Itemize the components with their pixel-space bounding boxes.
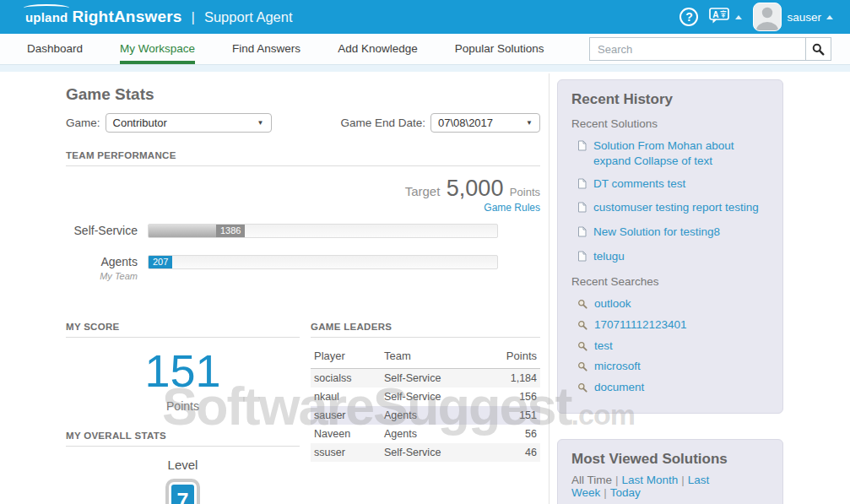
target-row: Target 5,000 Points Game Rules	[66, 176, 540, 214]
search-icon	[577, 340, 587, 355]
nav-item-my-workspace[interactable]: My Workspace	[120, 34, 195, 64]
filter-all-time: All Time	[571, 474, 612, 486]
self-service-progress-track: 1386	[148, 224, 498, 238]
document-icon	[577, 202, 587, 217]
recent-history-title: Recent History	[571, 91, 769, 108]
nav-item-popular-solutions[interactable]: Popular Solutions	[455, 34, 544, 64]
leader-player: sauser	[311, 406, 381, 425]
leader-pts: 56	[481, 425, 540, 443]
recent-solution-item: New Solution for testing8	[577, 225, 769, 241]
leader-row-socialss: socialssSelf-Service1,184	[311, 368, 540, 387]
recent-search-link-170711112123401[interactable]: 170711112123401	[594, 317, 687, 334]
most-viewed-title: Most Viewed Solutions	[571, 451, 769, 468]
suite-name: Support Agent	[204, 9, 293, 25]
sidebar: Recent History Recent Solutions Solution…	[557, 79, 783, 504]
target-unit: Points	[510, 186, 540, 198]
target-value: 5,000	[447, 176, 504, 201]
help-icon[interactable]: ?	[679, 8, 698, 26]
leader-row-sauser: sauserAgents151	[311, 406, 540, 425]
leader-row-ssuser: ssuserSelf-Service46	[311, 443, 540, 462]
game-controls: Game: Contributor ▼ Game End Date: 07\08…	[66, 113, 540, 133]
svg-text:A: A	[713, 9, 719, 19]
nav-item-find-answers[interactable]: Find Answers	[232, 34, 300, 64]
agents-progress-track: 207	[148, 255, 498, 269]
filter-separator: |	[615, 474, 619, 486]
leader-player: ssuser	[311, 443, 381, 462]
recent-search-link-microsoft[interactable]: microsoft	[594, 359, 641, 376]
recent-search-link-document[interactable]: document	[594, 380, 644, 397]
recent-solution-link-new-solution-for-testing8[interactable]: New Solution for testing8	[593, 225, 720, 241]
content: Game Stats Game: Contributor ▼ Game End …	[0, 72, 850, 503]
product-name: RightAnswers	[72, 8, 181, 26]
search-icon	[577, 319, 587, 334]
recent-search-item: document	[577, 380, 769, 397]
filter-separator: |	[681, 474, 685, 486]
game-end-date-select[interactable]: 07\08\2017 ▼	[430, 113, 540, 133]
recent-solution-item: customuser testing report testing	[577, 200, 769, 217]
leader-team: Self-Service	[381, 387, 481, 406]
recent-solution-link-solution-from-mohan-about-expa[interactable]: Solution From Mohan about expand Collaps…	[593, 138, 769, 169]
recent-search-item: 170711112123401	[577, 317, 769, 334]
leader-pts: 151	[481, 406, 540, 425]
column-header-team: Team	[381, 345, 481, 369]
game-rules-link[interactable]: Game Rules	[66, 203, 540, 214]
nav-search	[589, 37, 831, 61]
recent-search-item: test	[577, 339, 769, 355]
recent-solution-item: DT comments test	[577, 176, 769, 193]
game-select[interactable]: Contributor ▼	[106, 113, 272, 133]
recent-solution-item: Solution From Mohan about expand Collaps…	[577, 138, 769, 169]
leader-pts: 156	[481, 387, 540, 406]
recent-searches-list: outlook170711112123401testmicrosoftdocum…	[571, 296, 769, 397]
search-input[interactable]	[589, 37, 805, 61]
team-performance-bars: Self-Service1386AgentsMy Team207	[66, 224, 540, 284]
game-select-value: Contributor	[113, 117, 167, 129]
agents-bar-row: AgentsMy Team207	[66, 255, 498, 284]
game-control: Game: Contributor ▼	[66, 113, 272, 133]
end-date-label: Game End Date:	[340, 117, 425, 129]
recent-solution-item: telugu	[577, 249, 769, 266]
agents-progress-value: 207	[149, 256, 172, 268]
end-date-control: Game End Date: 07\08\2017 ▼	[340, 113, 540, 133]
column-header-player: Player	[311, 345, 381, 369]
stats-columns: MY SCORE 151 Points MY OVERALL STATS Lev…	[66, 304, 540, 504]
chevron-up-icon	[826, 15, 833, 19]
recent-searches-title: Recent Searches	[571, 275, 769, 288]
leader-team: Agents	[381, 425, 481, 443]
leader-team: Agents	[381, 406, 481, 425]
column-header-points: Points	[481, 345, 540, 369]
user-menu-button[interactable]: sauser	[753, 3, 833, 31]
game-stats-section: Game Stats Game: Contributor ▼ Game End …	[66, 72, 540, 504]
recent-solution-link-dt-comments-test[interactable]: DT comments test	[593, 176, 685, 193]
search-button[interactable]	[805, 37, 831, 61]
my-score-column: MY SCORE 151 Points MY OVERALL STATS Lev…	[66, 304, 300, 504]
dropdown-caret-icon: ▼	[526, 119, 533, 127]
recent-solution-link-telugu[interactable]: telugu	[593, 249, 625, 266]
my-score-unit: Points	[66, 399, 300, 413]
column-divider	[549, 73, 550, 504]
self-service-progress-fill: 1386	[149, 225, 245, 237]
most-viewed-panel: Most Viewed Solutions All Time|Last Mont…	[557, 439, 783, 504]
filter-last-month[interactable]: Last Month	[622, 474, 679, 486]
upland-logo: upland	[25, 10, 68, 24]
level-badge-row: 7	[66, 479, 300, 504]
nav-item-add-knowledge[interactable]: Add Knowledge	[338, 34, 418, 64]
agents-bar-sublabel: My Team	[66, 269, 138, 284]
agents-progress-fill: 207	[149, 256, 172, 268]
leader-player: nkaul	[311, 387, 381, 406]
header-actions: ? A sauser	[679, 3, 833, 31]
chevron-up-icon	[735, 15, 742, 19]
nav-item-dashboard[interactable]: Dashboard	[27, 34, 83, 64]
recent-search-link-outlook[interactable]: outlook	[594, 296, 631, 313]
brand-logo: upland RightAnswers | Support Agent	[25, 8, 293, 26]
dropdown-caret-icon: ▼	[257, 119, 264, 127]
self-service-bar-label: Self-Service	[66, 224, 148, 238]
search-icon	[812, 43, 825, 56]
language-menu-button[interactable]: A	[709, 8, 742, 27]
recent-search-link-test[interactable]: test	[594, 339, 613, 355]
filter-today[interactable]: Today	[610, 486, 641, 499]
search-icon	[577, 382, 587, 397]
overall-stats-heading: MY OVERALL STATS	[66, 431, 300, 447]
document-icon	[577, 140, 587, 169]
my-score-value: 151	[66, 348, 300, 393]
recent-solution-link-customuser-testing-report-test[interactable]: customuser testing report testing	[593, 200, 759, 217]
